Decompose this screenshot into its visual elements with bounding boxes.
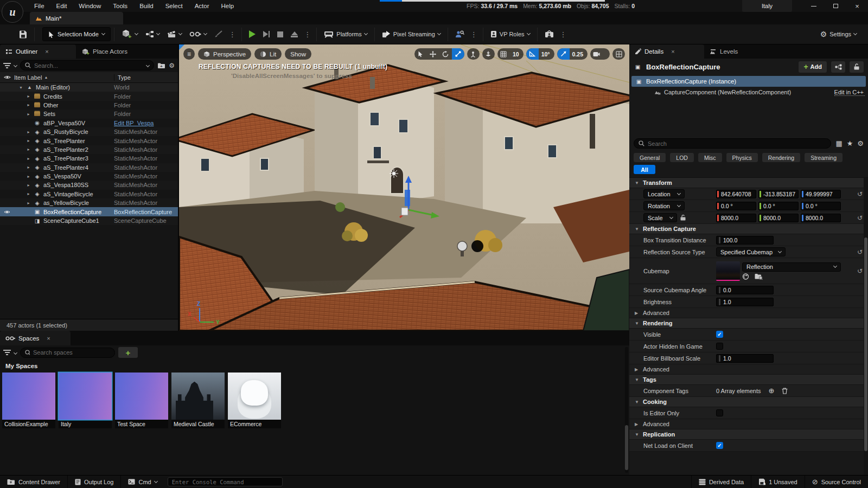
menu-item[interactable]: Build bbox=[133, 0, 159, 12]
menu-item[interactable]: Select bbox=[159, 0, 189, 12]
row-type[interactable]: StaticMeshActor bbox=[114, 173, 178, 179]
scale-tool-button[interactable] bbox=[452, 48, 464, 60]
row-visibility-toggle[interactable] bbox=[0, 210, 14, 214]
source-type-dropdown[interactable]: Specified Cubemap bbox=[716, 247, 786, 256]
add-space-button[interactable]: + bbox=[118, 347, 138, 358]
section-rendering[interactable]: ▼Rendering bbox=[629, 318, 868, 329]
column-item-label[interactable]: Item Label bbox=[14, 74, 114, 81]
row-visibility-toggle[interactable] bbox=[0, 219, 14, 223]
row-type[interactable]: StaticMeshActor bbox=[114, 191, 178, 197]
location-x-input[interactable]: 842.640708 bbox=[716, 190, 756, 198]
select-tool-button[interactable] bbox=[414, 48, 427, 60]
close-button[interactable]: × bbox=[846, 0, 868, 12]
row-visibility-toggle[interactable] bbox=[0, 147, 14, 152]
cinematics-button[interactable] bbox=[163, 27, 186, 42]
advanced-row-reflection[interactable]: ▶Advanced bbox=[629, 308, 868, 318]
outliner-row[interactable]: ▸ aS_TreePlanter2 StaticMeshActor bbox=[0, 145, 178, 154]
outliner-row[interactable]: ▸ aS_TreePlanter3 StaticMeshActor bbox=[0, 154, 178, 163]
tab-outliner[interactable]: Outliner × bbox=[0, 44, 76, 59]
row-visibility-toggle[interactable] bbox=[0, 112, 14, 116]
row-type[interactable]: StaticMeshActor bbox=[114, 164, 178, 171]
actor-hidden-checkbox[interactable] bbox=[716, 343, 723, 350]
menu-item[interactable]: Help bbox=[215, 0, 240, 12]
world-transform-button[interactable] bbox=[467, 48, 480, 60]
favorites-star-icon[interactable]: ★ bbox=[847, 139, 853, 147]
camera-speed-button[interactable] bbox=[590, 48, 603, 60]
show-dropdown[interactable]: Show bbox=[285, 48, 311, 60]
visible-checkbox[interactable] bbox=[716, 331, 723, 338]
filter-chip[interactable]: LOD bbox=[670, 153, 694, 162]
box-transition-input[interactable]: 100.0 bbox=[716, 236, 774, 245]
visibility-column-icon[interactable] bbox=[0, 75, 14, 80]
collaboration-button[interactable] bbox=[451, 27, 468, 42]
scale-z-input[interactable]: 8000.0 bbox=[801, 214, 841, 222]
output-log-button[interactable]: Output Log bbox=[68, 476, 121, 488]
details-search-input[interactable] bbox=[648, 140, 826, 147]
rotation-y-input[interactable]: 0.0 ° bbox=[758, 202, 799, 210]
filter-icon[interactable] bbox=[3, 350, 11, 355]
net-load-checkbox[interactable] bbox=[716, 442, 723, 449]
row-type[interactable]: StaticMeshActor bbox=[114, 182, 178, 188]
row-expander[interactable]: ▸ bbox=[26, 94, 31, 99]
row-type[interactable]: Folder bbox=[114, 102, 178, 108]
row-visibility-toggle[interactable] bbox=[0, 139, 14, 143]
brightness-input[interactable]: 1.0 bbox=[716, 298, 774, 306]
maximize-button[interactable] bbox=[825, 0, 846, 12]
is-editor-only-checkbox[interactable] bbox=[716, 409, 723, 416]
eject-button[interactable] bbox=[287, 27, 302, 42]
spaces-search-input[interactable] bbox=[33, 349, 110, 356]
content-drawer-button[interactable]: Content Drawer bbox=[0, 476, 68, 488]
rotate-tool-button[interactable] bbox=[439, 48, 452, 60]
row-type[interactable]: Folder bbox=[114, 93, 178, 100]
row-expander[interactable]: ▸ bbox=[26, 183, 31, 188]
display-settings-icon[interactable]: ▦ bbox=[835, 139, 842, 147]
console-command-box[interactable] bbox=[168, 477, 283, 486]
close-tab-icon[interactable]: × bbox=[45, 48, 48, 55]
row-visibility-toggle[interactable] bbox=[0, 165, 14, 170]
menu-item[interactable]: Edit bbox=[50, 0, 73, 12]
row-visibility-toggle[interactable] bbox=[0, 130, 14, 134]
space-card[interactable]: ECommerce bbox=[228, 373, 281, 428]
viewport-layout-button[interactable] bbox=[612, 48, 625, 60]
row-visibility-toggle[interactable] bbox=[0, 103, 14, 107]
tab-spaces[interactable]: Spaces × bbox=[0, 331, 71, 345]
row-type[interactable]: StaticMeshActor bbox=[114, 138, 178, 144]
space-card[interactable]: CollisionExample bbox=[2, 373, 55, 428]
filter-chip-all[interactable]: All bbox=[634, 165, 655, 174]
details-settings-icon[interactable]: ⚙ bbox=[857, 140, 864, 147]
tab-details[interactable]: Details × bbox=[629, 44, 704, 59]
close-tab-icon[interactable]: × bbox=[671, 48, 674, 55]
row-visibility-toggle[interactable] bbox=[0, 156, 14, 160]
space-card[interactable]: Test Space bbox=[115, 373, 168, 428]
reset-location-button[interactable]: ↺ bbox=[857, 190, 863, 198]
move-tool-button[interactable] bbox=[427, 48, 439, 60]
menu-item[interactable]: Window bbox=[73, 0, 107, 12]
outliner-row[interactable]: SceneCaptureCube1 SceneCaptureCube bbox=[0, 216, 178, 225]
row-expander[interactable]: ▸ bbox=[26, 201, 31, 206]
close-tab-icon[interactable]: × bbox=[47, 335, 50, 342]
scale-unlock-icon[interactable] bbox=[680, 215, 686, 221]
scale-dropdown[interactable]: Scale bbox=[643, 213, 677, 222]
outliner-row[interactable]: ▸ aS_Vespa50V StaticMeshActor bbox=[0, 172, 178, 181]
filter-chip[interactable]: General bbox=[634, 153, 666, 162]
spaces-search[interactable] bbox=[20, 348, 115, 358]
details-search[interactable] bbox=[634, 138, 831, 149]
grid-snap-value[interactable]: 10 bbox=[510, 51, 524, 57]
save-button[interactable] bbox=[15, 27, 31, 42]
row-expander[interactable]: ▸ bbox=[26, 174, 31, 179]
platforms-dropdown[interactable]: Platforms bbox=[320, 27, 371, 42]
outliner-row[interactable]: ▾ Main (Editor) World bbox=[0, 83, 178, 92]
row-visibility-toggle[interactable] bbox=[0, 201, 14, 205]
row-type[interactable]: BoxReflectionCapture bbox=[114, 209, 178, 215]
scale-x-input[interactable]: 8000.0 bbox=[716, 214, 756, 222]
collab-options-dots[interactable]: ⋮ bbox=[468, 30, 480, 38]
spaces-scrollbar[interactable] bbox=[625, 347, 628, 473]
rotation-x-input[interactable]: 0.0 ° bbox=[716, 202, 756, 210]
filter-chip[interactable]: Physics bbox=[726, 153, 758, 162]
row-type[interactable]: StaticMeshActor bbox=[114, 200, 178, 206]
selection-mode-dropdown[interactable]: Selection Mode bbox=[42, 27, 111, 41]
grid-snap-button[interactable] bbox=[497, 48, 510, 60]
cubemap-thumbnail[interactable] bbox=[716, 261, 740, 281]
landscape-paint-button[interactable] bbox=[210, 27, 227, 42]
blueprints-button[interactable] bbox=[142, 27, 163, 42]
